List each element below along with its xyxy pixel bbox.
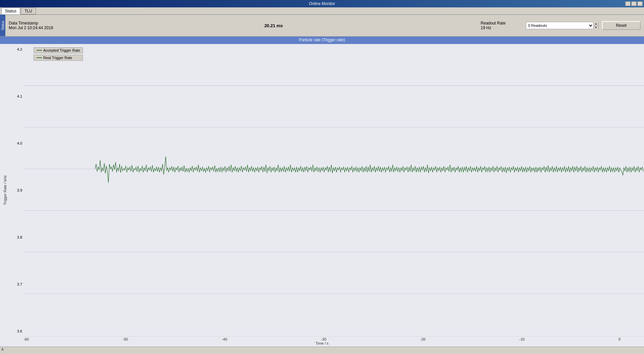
chart-svg — [24, 44, 644, 337]
chart-legend: Accepted Trigger Rate Real Trigger Rate — [34, 47, 83, 61]
readout-spin-up[interactable]: ▲ — [594, 22, 598, 26]
title-bar: Online Monitor _ □ ✕ — [0, 0, 644, 7]
bottom-left: A — [1, 348, 4, 351]
menu-bar: Status TLU — [0, 7, 644, 15]
timestamp-item: Data Timestamp Mon Jul 2 10:24:44 2018 — [9, 21, 53, 30]
legend-accepted[interactable]: Accepted Trigger Rate — [34, 47, 83, 53]
x-tick-20: -20 — [420, 337, 425, 341]
y-tick-36: 3.6 — [10, 329, 24, 333]
bottom-bar: A — [0, 347, 644, 352]
interval-value: 20.21 ms — [264, 23, 283, 28]
x-axis: -60 -50 -40 -30 -20 -10 0 — [0, 337, 644, 341]
y-tick-41: 4.1 — [10, 94, 24, 98]
x-axis-label: Time / s — [0, 341, 644, 347]
legend-real[interactable]: Real Trigger Rate — [34, 55, 83, 61]
readout-rate-item: Readout Rate 19 Hz — [481, 21, 506, 30]
y-axis-label: Trigger Rate / kHz — [0, 44, 10, 337]
status-side-label: Status — [0, 15, 5, 36]
interval-item: 20.21 ms — [66, 23, 480, 28]
y-tick-38: 3.8 — [10, 235, 24, 239]
tab-status[interactable]: Status — [1, 8, 20, 14]
timestamp-label: Data Timestamp — [9, 21, 53, 26]
window-title: Online Monitor — [309, 1, 335, 6]
timestamp-value: Mon Jul 2 10:24:44 2018 — [9, 26, 53, 30]
readout-select[interactable]: 0 Readouts — [526, 22, 593, 29]
status-bar: Status Data Timestamp Mon Jul 2 10:24:44… — [0, 15, 644, 37]
x-tick-60: -60 — [24, 337, 29, 341]
chart-plot: Accepted Trigger Rate Real Trigger Rate — [24, 44, 644, 337]
x-tick-0: 0 — [618, 337, 620, 341]
minimize-button[interactable]: _ — [625, 1, 631, 6]
y-tick-42: 4.2 — [10, 47, 24, 51]
y-tick-37: 3.7 — [10, 282, 24, 286]
y-tick-40: 4.0 — [10, 141, 24, 145]
tab-tlu[interactable]: TLU — [21, 8, 36, 14]
maximize-button[interactable]: □ — [631, 1, 637, 6]
x-tick-40: -40 — [222, 337, 227, 341]
y-tick-39: 3.9 — [10, 188, 24, 192]
x-tick-10: -10 — [519, 337, 525, 341]
close-button[interactable]: ✕ — [637, 1, 643, 6]
x-tick-30: -30 — [321, 337, 326, 341]
trigger-rate-line — [95, 156, 643, 183]
chart-title-bar: Particle rate (Trigger rate) — [0, 37, 644, 44]
reset-button[interactable]: Reset — [602, 21, 641, 30]
y-axis-ticks: 4.2 4.1 4.0 3.9 3.8 3.7 3.6 — [10, 44, 24, 337]
readout-rate-label: Readout Rate — [481, 21, 506, 26]
chart-area: Trigger Rate / kHz 4.2 4.1 4.0 3.9 3.8 3… — [0, 44, 644, 347]
x-tick-50: -50 — [123, 337, 128, 341]
readout-select-area: 0 Readouts ▲ ▼ — [526, 22, 599, 29]
readout-spin-down[interactable]: ▼ — [594, 26, 598, 30]
readout-rate-value: 19 Hz — [481, 26, 506, 30]
